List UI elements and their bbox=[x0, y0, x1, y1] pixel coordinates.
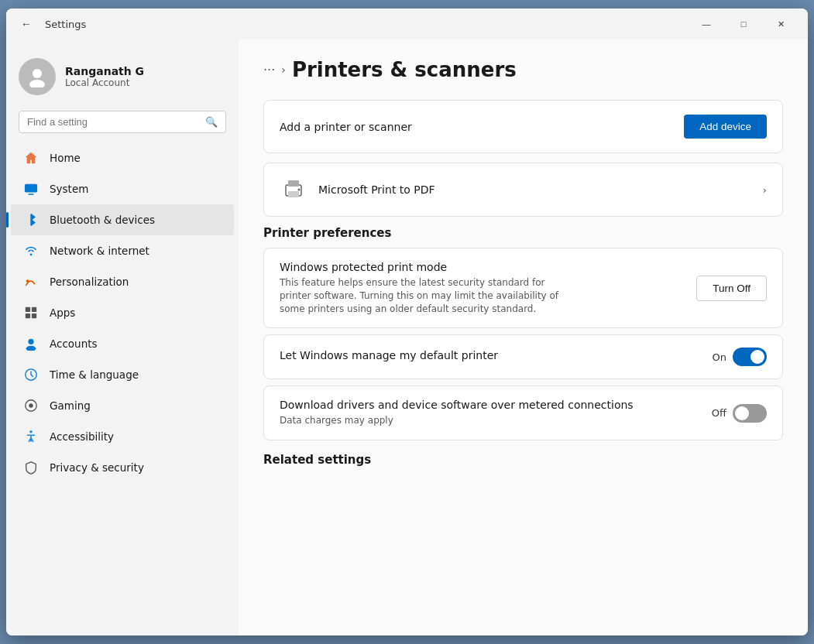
svg-point-1 bbox=[29, 80, 45, 87]
metered-download-text: Download drivers and device software ove… bbox=[280, 399, 634, 427]
svg-rect-3 bbox=[28, 194, 33, 194]
maximize-button[interactable]: □ bbox=[726, 12, 761, 36]
default-printer-card: Let Windows manage my default printer On bbox=[263, 334, 783, 379]
protected-print-row: Windows protected print mode This featur… bbox=[264, 248, 782, 327]
sidebar-item-network[interactable]: Network & internet bbox=[11, 235, 234, 266]
protected-print-card: Windows protected print mode This featur… bbox=[263, 248, 783, 328]
svg-point-11 bbox=[26, 346, 36, 351]
printer-left: Microsoft Print to PDF bbox=[280, 176, 435, 204]
related-settings-title: Related settings bbox=[263, 453, 783, 470]
printer-icon bbox=[280, 176, 307, 204]
svg-rect-2 bbox=[25, 184, 37, 193]
protected-print-title: Windows protected print mode bbox=[280, 261, 566, 273]
protected-print-desc: This feature helps ensure the latest sec… bbox=[280, 276, 566, 315]
time-icon bbox=[23, 367, 39, 382]
title-bar: ← Settings — □ ✕ bbox=[6, 9, 808, 39]
breadcrumb-arrow: › bbox=[281, 63, 286, 76]
sidebar-item-network-label: Network & internet bbox=[50, 245, 149, 257]
search-box[interactable]: 🔍 bbox=[19, 111, 226, 133]
metered-download-toggle-label: Off bbox=[712, 407, 726, 419]
toggle-slider-on[interactable] bbox=[733, 348, 767, 366]
sidebar-item-gaming-label: Gaming bbox=[50, 399, 91, 412]
default-printer-toggle[interactable] bbox=[733, 348, 767, 366]
printer-name: Microsoft Print to PDF bbox=[318, 183, 435, 196]
user-info: Ranganath G Local Account bbox=[65, 65, 144, 88]
preferences-section-title: Printer preferences bbox=[263, 226, 783, 240]
metered-download-toggle-group: Off bbox=[712, 404, 767, 423]
personalization-icon bbox=[23, 274, 39, 289]
search-input[interactable] bbox=[27, 116, 199, 128]
sidebar-item-system[interactable]: System bbox=[11, 173, 234, 204]
network-icon bbox=[23, 243, 39, 259]
svg-rect-7 bbox=[32, 307, 36, 312]
default-printer-toggle-group: On bbox=[713, 348, 767, 366]
chevron-right-icon: › bbox=[763, 184, 767, 196]
apps-icon bbox=[23, 305, 39, 320]
add-printer-card: Add a printer or scanner Add device bbox=[263, 100, 783, 153]
page-header: ··· › Printers & scanners bbox=[263, 58, 783, 81]
page-title: Printers & scanners bbox=[292, 58, 517, 81]
svg-rect-17 bbox=[288, 180, 299, 187]
bluetooth-icon bbox=[23, 212, 39, 228]
svg-rect-18 bbox=[288, 191, 299, 197]
sidebar-item-accounts-label: Accounts bbox=[50, 337, 98, 350]
printers-card: Microsoft Print to PDF › bbox=[263, 163, 783, 217]
default-printer-toggle-label: On bbox=[713, 351, 726, 363]
search-icon: 🔍 bbox=[205, 116, 218, 128]
accounts-icon bbox=[23, 336, 39, 351]
svg-rect-8 bbox=[26, 313, 30, 318]
back-button[interactable]: ← bbox=[15, 13, 37, 35]
user-account-type: Local Account bbox=[65, 77, 144, 88]
sidebar-item-apps[interactable]: Apps bbox=[11, 297, 234, 328]
svg-rect-9 bbox=[32, 313, 36, 318]
breadcrumb-dots[interactable]: ··· bbox=[263, 63, 275, 77]
sidebar-item-accessibility[interactable]: Accessibility bbox=[11, 421, 234, 452]
metered-download-row: Download drivers and device software ove… bbox=[264, 386, 782, 440]
sidebar-item-bluetooth[interactable]: Bluetooth & devices bbox=[11, 204, 234, 235]
avatar bbox=[19, 58, 56, 95]
close-button[interactable]: ✕ bbox=[763, 12, 799, 36]
user-profile: Ranganath G Local Account bbox=[6, 49, 239, 111]
protected-print-text: Windows protected print mode This featur… bbox=[280, 261, 566, 315]
metered-download-desc: Data charges may apply bbox=[280, 414, 566, 427]
title-bar-left: ← Settings bbox=[15, 13, 689, 35]
add-device-button[interactable]: Add device bbox=[684, 115, 767, 139]
sidebar-item-home[interactable]: Home bbox=[11, 142, 234, 173]
system-icon bbox=[23, 181, 39, 197]
svg-rect-6 bbox=[26, 307, 30, 312]
sidebar-item-apps-label: Apps bbox=[50, 307, 75, 319]
right-panel: ··· › Printers & scanners Add a printer … bbox=[239, 39, 808, 635]
sidebar-item-privacy-label: Privacy & security bbox=[50, 461, 144, 474]
default-printer-title: Let Windows manage my default printer bbox=[280, 349, 498, 361]
gaming-icon bbox=[23, 398, 39, 413]
turn-off-button[interactable]: Turn Off bbox=[696, 276, 767, 301]
svg-point-10 bbox=[28, 339, 33, 344]
minimize-button[interactable]: — bbox=[689, 12, 724, 36]
metered-download-title: Download drivers and device software ove… bbox=[280, 399, 634, 411]
svg-point-5 bbox=[26, 279, 29, 283]
window-title: Settings bbox=[45, 19, 86, 30]
add-printer-label: Add a printer or scanner bbox=[280, 121, 412, 133]
sidebar-item-home-label: Home bbox=[50, 152, 81, 164]
sidebar-item-system-label: System bbox=[50, 183, 88, 195]
main-content: Ranganath G Local Account 🔍 Home bbox=[6, 39, 808, 635]
sidebar-item-accessibility-label: Accessibility bbox=[50, 430, 114, 443]
sidebar-item-bluetooth-label: Bluetooth & devices bbox=[50, 214, 155, 226]
sidebar-item-gaming[interactable]: Gaming bbox=[11, 390, 234, 421]
metered-download-card: Download drivers and device software ove… bbox=[263, 385, 783, 440]
sidebar-item-personalization-label: Personalization bbox=[50, 276, 129, 288]
svg-point-15 bbox=[29, 430, 33, 433]
sidebar-item-privacy[interactable]: Privacy & security bbox=[11, 452, 234, 483]
printer-item-pdf[interactable]: Microsoft Print to PDF › bbox=[264, 163, 782, 216]
sidebar-item-personalization[interactable]: Personalization bbox=[11, 266, 234, 297]
sidebar-item-time[interactable]: Time & language bbox=[11, 359, 234, 390]
add-printer-row: Add a printer or scanner Add device bbox=[264, 101, 782, 152]
settings-window: ← Settings — □ ✕ Ranganath G Local bbox=[6, 9, 808, 635]
home-icon bbox=[23, 150, 39, 166]
window-controls: — □ ✕ bbox=[689, 12, 799, 36]
accessibility-icon bbox=[23, 429, 39, 444]
metered-download-toggle[interactable] bbox=[733, 404, 767, 423]
toggle-slider-off[interactable] bbox=[733, 404, 767, 423]
sidebar-item-accounts[interactable]: Accounts bbox=[11, 328, 234, 359]
svg-point-19 bbox=[298, 189, 301, 191]
